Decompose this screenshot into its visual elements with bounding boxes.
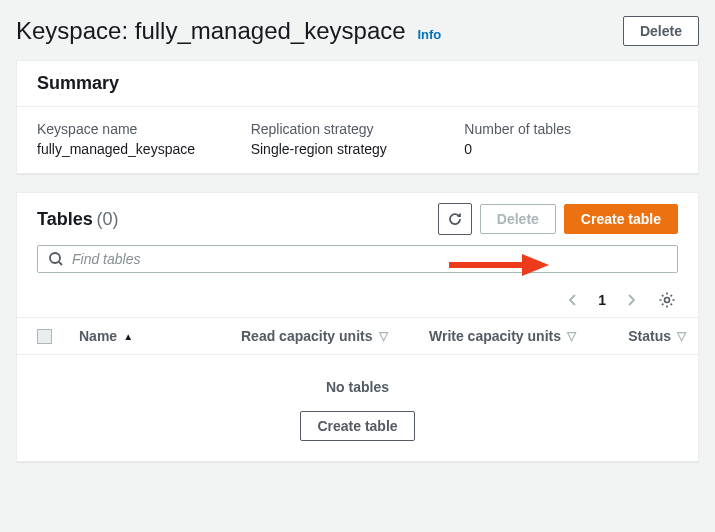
tables-title: Tables — [37, 209, 93, 229]
table-header-row: Name ▲ Read capacity units ▽ Write capac… — [17, 317, 698, 355]
sort-icon: ▽ — [379, 329, 388, 343]
num-tables-value: 0 — [464, 141, 658, 157]
svg-point-1 — [665, 298, 670, 303]
delete-keyspace-button[interactable]: Delete — [623, 16, 699, 46]
replication-value: Single-region strategy — [251, 141, 445, 157]
page-number: 1 — [598, 292, 606, 308]
empty-create-table-button[interactable]: Create table — [300, 411, 414, 441]
num-tables-label: Number of tables — [464, 121, 658, 137]
tables-panel: Tables (0) Delete Create table — [16, 192, 699, 462]
create-table-button[interactable]: Create table — [564, 204, 678, 234]
page-title: Keyspace: fully_managed_keyspace — [16, 17, 406, 44]
tables-count: (0) — [97, 209, 119, 229]
next-page-button[interactable] — [622, 289, 640, 311]
column-name[interactable]: Name ▲ — [79, 328, 199, 344]
keyspace-name-value: fully_managed_keyspace — [37, 141, 231, 157]
column-status[interactable]: Status ▽ — [576, 328, 686, 344]
column-write-capacity[interactable]: Write capacity units ▽ — [388, 328, 577, 344]
search-input[interactable] — [72, 251, 667, 267]
replication-label: Replication strategy — [251, 121, 445, 137]
keyspace-name-label: Keyspace name — [37, 121, 231, 137]
sort-icon: ▽ — [567, 329, 576, 343]
delete-table-button[interactable]: Delete — [480, 204, 556, 234]
refresh-button[interactable] — [438, 203, 472, 235]
empty-message: No tables — [17, 379, 698, 395]
sort-asc-icon: ▲ — [123, 331, 133, 342]
chevron-right-icon — [626, 293, 636, 307]
prev-page-button[interactable] — [564, 289, 582, 311]
refresh-icon — [447, 211, 463, 227]
search-box[interactable] — [37, 245, 678, 273]
summary-panel: Summary Keyspace name fully_managed_keys… — [16, 60, 699, 174]
column-read-capacity[interactable]: Read capacity units ▽ — [199, 328, 388, 344]
settings-button[interactable] — [656, 289, 678, 311]
gear-icon — [658, 291, 676, 309]
sort-icon: ▽ — [677, 329, 686, 343]
summary-title: Summary — [37, 73, 678, 94]
info-link[interactable]: Info — [417, 27, 441, 42]
chevron-left-icon — [568, 293, 578, 307]
select-all-checkbox[interactable] — [37, 329, 52, 344]
svg-point-0 — [50, 253, 60, 263]
search-icon — [48, 251, 64, 267]
